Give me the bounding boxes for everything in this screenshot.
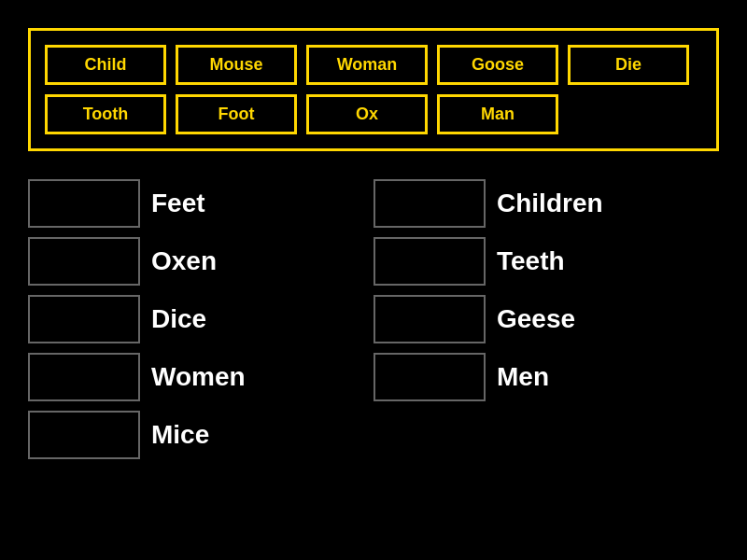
answer-box-oxen[interactable] (28, 237, 140, 286)
answer-label-men: Men (497, 362, 549, 392)
answer-row-children: Children (374, 179, 719, 228)
answer-label-feet: Feet (151, 189, 205, 218)
right-column: Children Teeth Geese Men (374, 179, 719, 459)
answer-box-geese[interactable] (374, 295, 486, 343)
word-bank-row-2: Tooth Foot Ox Man (45, 94, 702, 134)
word-tile-child[interactable]: Child (45, 45, 166, 85)
word-tile-die[interactable]: Die (568, 45, 689, 85)
answer-row-feet: Feet (28, 179, 374, 228)
answer-row-women: Women (28, 353, 374, 401)
answer-box-dice[interactable] (28, 295, 140, 343)
answer-row-teeth: Teeth (374, 237, 719, 286)
answer-row-men: Men (374, 353, 719, 401)
left-column: Feet Oxen Dice Women Mice (28, 179, 374, 459)
word-tile-woman[interactable]: Woman (306, 45, 428, 85)
answer-label-dice: Dice (151, 304, 206, 334)
answer-box-children[interactable] (374, 179, 486, 228)
answer-box-feet[interactable] (28, 179, 140, 228)
answer-row-oxen: Oxen (28, 237, 374, 286)
answer-label-mice: Mice (151, 420, 209, 450)
answer-label-teeth: Teeth (497, 246, 565, 276)
answer-area: Feet Oxen Dice Women Mice Children Teeth (0, 170, 747, 469)
word-tile-man[interactable]: Man (437, 94, 558, 134)
answer-row-geese: Geese (374, 295, 719, 343)
answer-box-mice[interactable] (28, 411, 140, 459)
answer-box-women[interactable] (28, 353, 140, 401)
answer-box-men[interactable] (374, 353, 486, 401)
word-tile-goose[interactable]: Goose (437, 45, 558, 85)
word-tile-ox[interactable]: Ox (306, 94, 428, 134)
word-tile-tooth[interactable]: Tooth (45, 94, 166, 134)
answer-label-women: Women (151, 362, 246, 392)
word-bank-row-1: Child Mouse Woman Goose Die (45, 45, 702, 85)
answer-label-geese: Geese (497, 304, 575, 334)
word-tile-foot[interactable]: Foot (176, 94, 297, 134)
answer-label-children: Children (497, 189, 603, 218)
word-bank: Child Mouse Woman Goose Die Tooth Foot O… (28, 28, 719, 151)
answer-row-mice: Mice (28, 411, 374, 459)
word-tile-mouse[interactable]: Mouse (176, 45, 297, 85)
answer-label-oxen: Oxen (151, 246, 217, 276)
answer-box-teeth[interactable] (374, 237, 486, 286)
answer-row-dice: Dice (28, 295, 374, 343)
